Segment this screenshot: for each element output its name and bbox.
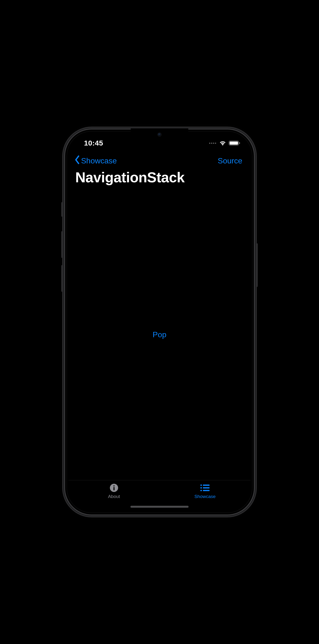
cellular-icon — [209, 142, 216, 144]
front-camera — [158, 133, 161, 136]
power-button[interactable] — [256, 243, 258, 287]
volume-up-button[interactable] — [61, 231, 63, 258]
page-title: NavigationStack — [68, 168, 250, 189]
svg-rect-11 — [203, 490, 210, 491]
battery-icon — [229, 140, 240, 146]
svg-point-4 — [114, 486, 115, 487]
chevron-left-icon — [74, 155, 80, 166]
notch — [132, 130, 187, 140]
svg-rect-7 — [203, 485, 210, 486]
svg-point-6 — [200, 484, 202, 486]
tab-showcase-label: Showcase — [194, 494, 216, 499]
svg-point-8 — [200, 487, 202, 488]
content-area: Pop — [68, 189, 250, 480]
svg-rect-1 — [230, 142, 238, 145]
volume-down-button[interactable] — [61, 265, 63, 292]
back-button[interactable]: Showcase — [74, 155, 117, 166]
svg-rect-2 — [239, 142, 240, 144]
navigation-bar: Showcase Source — [68, 149, 250, 168]
svg-rect-5 — [114, 487, 114, 490]
info-circle-icon — [109, 483, 119, 493]
pop-button[interactable]: Pop — [153, 330, 166, 339]
tab-about-label: About — [108, 494, 120, 499]
svg-rect-9 — [203, 487, 210, 488]
wifi-icon — [219, 140, 226, 146]
device-frame: 10:45 — [65, 130, 254, 514]
source-button[interactable]: Source — [218, 156, 245, 165]
status-indicators — [209, 140, 240, 146]
svg-point-10 — [200, 490, 202, 491]
home-indicator[interactable] — [130, 506, 188, 508]
mute-switch[interactable] — [61, 202, 63, 217]
status-time: 10:45 — [84, 139, 103, 147]
back-label: Showcase — [81, 156, 117, 165]
list-bullet-icon — [200, 483, 210, 493]
screen: 10:45 — [68, 133, 250, 511]
